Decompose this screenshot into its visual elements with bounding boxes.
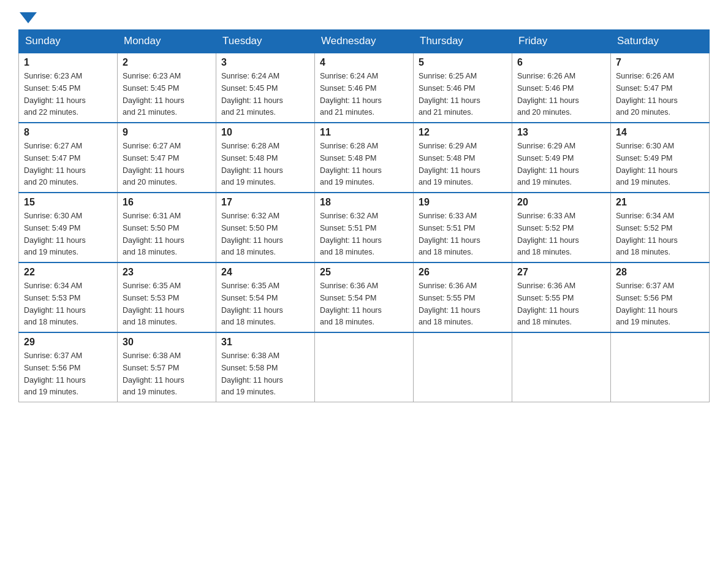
weekday-header-thursday: Thursday	[414, 30, 512, 53]
day-info: Sunrise: 6:33 AMSunset: 5:51 PMDaylight:…	[419, 212, 480, 256]
calendar-cell: 18 Sunrise: 6:32 AMSunset: 5:51 PMDaylig…	[315, 193, 414, 262]
week-row-1: 1 Sunrise: 6:23 AMSunset: 5:45 PMDayligh…	[19, 53, 710, 123]
calendar-cell: 6 Sunrise: 6:26 AMSunset: 5:46 PMDayligh…	[512, 53, 611, 123]
calendar-cell: 4 Sunrise: 6:24 AMSunset: 5:46 PMDayligh…	[315, 53, 414, 123]
day-number: 5	[419, 57, 507, 68]
day-info: Sunrise: 6:38 AMSunset: 5:57 PMDaylight:…	[123, 351, 184, 396]
calendar-cell: 17 Sunrise: 6:32 AMSunset: 5:50 PMDaylig…	[216, 193, 315, 262]
day-info: Sunrise: 6:37 AMSunset: 5:56 PMDaylight:…	[616, 282, 678, 326]
calendar-cell: 23 Sunrise: 6:35 AMSunset: 5:53 PMDaylig…	[118, 262, 216, 332]
day-info: Sunrise: 6:36 AMSunset: 5:54 PMDaylight:…	[320, 282, 382, 326]
day-info: Sunrise: 6:27 AMSunset: 5:47 PMDaylight:…	[24, 142, 86, 186]
day-number: 31	[221, 337, 309, 348]
day-info: Sunrise: 6:28 AMSunset: 5:48 PMDaylight:…	[320, 142, 382, 186]
calendar-cell	[414, 332, 512, 402]
calendar-cell: 22 Sunrise: 6:34 AMSunset: 5:53 PMDaylig…	[19, 262, 118, 332]
day-info: Sunrise: 6:26 AMSunset: 5:46 PMDaylight:…	[517, 72, 579, 117]
day-number: 27	[517, 267, 605, 278]
day-number: 3	[221, 57, 309, 68]
week-row-4: 22 Sunrise: 6:34 AMSunset: 5:53 PMDaylig…	[19, 262, 710, 332]
calendar-cell: 24 Sunrise: 6:35 AMSunset: 5:54 PMDaylig…	[216, 262, 315, 332]
calendar-cell: 21 Sunrise: 6:34 AMSunset: 5:52 PMDaylig…	[611, 193, 710, 262]
calendar-body: 1 Sunrise: 6:23 AMSunset: 5:45 PMDayligh…	[19, 53, 710, 402]
calendar-cell	[512, 332, 611, 402]
day-info: Sunrise: 6:23 AMSunset: 5:45 PMDaylight:…	[123, 72, 184, 117]
calendar-cell: 28 Sunrise: 6:37 AMSunset: 5:56 PMDaylig…	[611, 262, 710, 332]
day-number: 29	[24, 337, 112, 348]
calendar-cell: 3 Sunrise: 6:24 AMSunset: 5:45 PMDayligh…	[216, 53, 315, 123]
day-info: Sunrise: 6:23 AMSunset: 5:45 PMDaylight:…	[24, 72, 86, 117]
calendar-table: SundayMondayTuesdayWednesdayThursdayFrid…	[18, 29, 710, 402]
calendar-cell	[315, 332, 414, 402]
day-info: Sunrise: 6:28 AMSunset: 5:48 PMDaylight:…	[221, 142, 283, 186]
week-row-2: 8 Sunrise: 6:27 AMSunset: 5:47 PMDayligh…	[19, 123, 710, 193]
weekday-header-sunday: Sunday	[19, 30, 118, 53]
calendar-cell: 1 Sunrise: 6:23 AMSunset: 5:45 PMDayligh…	[19, 53, 118, 123]
calendar-cell: 30 Sunrise: 6:38 AMSunset: 5:57 PMDaylig…	[118, 332, 216, 402]
day-number: 15	[24, 197, 112, 208]
day-info: Sunrise: 6:37 AMSunset: 5:56 PMDaylight:…	[24, 351, 86, 396]
day-number: 17	[221, 197, 309, 208]
day-info: Sunrise: 6:32 AMSunset: 5:50 PMDaylight:…	[221, 212, 283, 256]
week-row-5: 29 Sunrise: 6:37 AMSunset: 5:56 PMDaylig…	[19, 332, 710, 402]
day-number: 12	[419, 127, 507, 138]
day-info: Sunrise: 6:25 AMSunset: 5:46 PMDaylight:…	[419, 72, 480, 117]
calendar-cell	[611, 332, 710, 402]
day-number: 25	[320, 267, 408, 278]
day-number: 14	[616, 127, 704, 138]
day-info: Sunrise: 6:33 AMSunset: 5:52 PMDaylight:…	[517, 212, 579, 256]
day-info: Sunrise: 6:29 AMSunset: 5:49 PMDaylight:…	[517, 142, 579, 186]
day-info: Sunrise: 6:30 AMSunset: 5:49 PMDaylight:…	[616, 142, 678, 186]
day-info: Sunrise: 6:24 AMSunset: 5:45 PMDaylight:…	[221, 72, 283, 117]
day-number: 10	[221, 127, 309, 138]
calendar-cell: 8 Sunrise: 6:27 AMSunset: 5:47 PMDayligh…	[19, 123, 118, 193]
day-info: Sunrise: 6:35 AMSunset: 5:54 PMDaylight:…	[221, 282, 283, 326]
weekday-header-friday: Friday	[512, 30, 611, 53]
calendar-cell: 10 Sunrise: 6:28 AMSunset: 5:48 PMDaylig…	[216, 123, 315, 193]
day-info: Sunrise: 6:26 AMSunset: 5:47 PMDaylight:…	[616, 72, 678, 117]
logo-triangle-icon	[20, 12, 37, 23]
day-info: Sunrise: 6:38 AMSunset: 5:58 PMDaylight:…	[221, 351, 283, 396]
day-number: 9	[123, 127, 211, 138]
calendar-cell: 25 Sunrise: 6:36 AMSunset: 5:54 PMDaylig…	[315, 262, 414, 332]
day-info: Sunrise: 6:29 AMSunset: 5:48 PMDaylight:…	[419, 142, 480, 186]
calendar-cell: 26 Sunrise: 6:36 AMSunset: 5:55 PMDaylig…	[414, 262, 512, 332]
calendar-cell: 20 Sunrise: 6:33 AMSunset: 5:52 PMDaylig…	[512, 193, 611, 262]
day-number: 19	[419, 197, 507, 208]
day-info: Sunrise: 6:32 AMSunset: 5:51 PMDaylight:…	[320, 212, 382, 256]
calendar-cell: 31 Sunrise: 6:38 AMSunset: 5:58 PMDaylig…	[216, 332, 315, 402]
day-number: 1	[24, 57, 112, 68]
day-number: 7	[616, 57, 704, 68]
page-header	[18, 12, 710, 23]
calendar-cell: 29 Sunrise: 6:37 AMSunset: 5:56 PMDaylig…	[19, 332, 118, 402]
day-info: Sunrise: 6:35 AMSunset: 5:53 PMDaylight:…	[123, 282, 184, 326]
day-number: 2	[123, 57, 211, 68]
calendar-cell: 7 Sunrise: 6:26 AMSunset: 5:47 PMDayligh…	[611, 53, 710, 123]
day-info: Sunrise: 6:34 AMSunset: 5:52 PMDaylight:…	[616, 212, 678, 256]
weekday-header-row: SundayMondayTuesdayWednesdayThursdayFrid…	[19, 30, 710, 53]
weekday-header-monday: Monday	[118, 30, 216, 53]
weekday-header-wednesday: Wednesday	[315, 30, 414, 53]
day-number: 23	[123, 267, 211, 278]
calendar-cell: 19 Sunrise: 6:33 AMSunset: 5:51 PMDaylig…	[414, 193, 512, 262]
weekday-header-saturday: Saturday	[611, 30, 710, 53]
calendar-cell: 13 Sunrise: 6:29 AMSunset: 5:49 PMDaylig…	[512, 123, 611, 193]
logo	[18, 12, 38, 23]
day-info: Sunrise: 6:36 AMSunset: 5:55 PMDaylight:…	[419, 282, 480, 326]
day-info: Sunrise: 6:24 AMSunset: 5:46 PMDaylight:…	[320, 72, 382, 117]
calendar-cell: 14 Sunrise: 6:30 AMSunset: 5:49 PMDaylig…	[611, 123, 710, 193]
day-info: Sunrise: 6:36 AMSunset: 5:55 PMDaylight:…	[517, 282, 579, 326]
day-info: Sunrise: 6:27 AMSunset: 5:47 PMDaylight:…	[123, 142, 184, 186]
day-number: 4	[320, 57, 408, 68]
day-number: 21	[616, 197, 704, 208]
day-number: 24	[221, 267, 309, 278]
week-row-3: 15 Sunrise: 6:30 AMSunset: 5:49 PMDaylig…	[19, 193, 710, 262]
day-info: Sunrise: 6:31 AMSunset: 5:50 PMDaylight:…	[123, 212, 184, 256]
calendar-cell: 2 Sunrise: 6:23 AMSunset: 5:45 PMDayligh…	[118, 53, 216, 123]
day-number: 13	[517, 127, 605, 138]
day-number: 8	[24, 127, 112, 138]
calendar-cell: 12 Sunrise: 6:29 AMSunset: 5:48 PMDaylig…	[414, 123, 512, 193]
day-number: 16	[123, 197, 211, 208]
calendar-cell: 15 Sunrise: 6:30 AMSunset: 5:49 PMDaylig…	[19, 193, 118, 262]
day-number: 28	[616, 267, 704, 278]
